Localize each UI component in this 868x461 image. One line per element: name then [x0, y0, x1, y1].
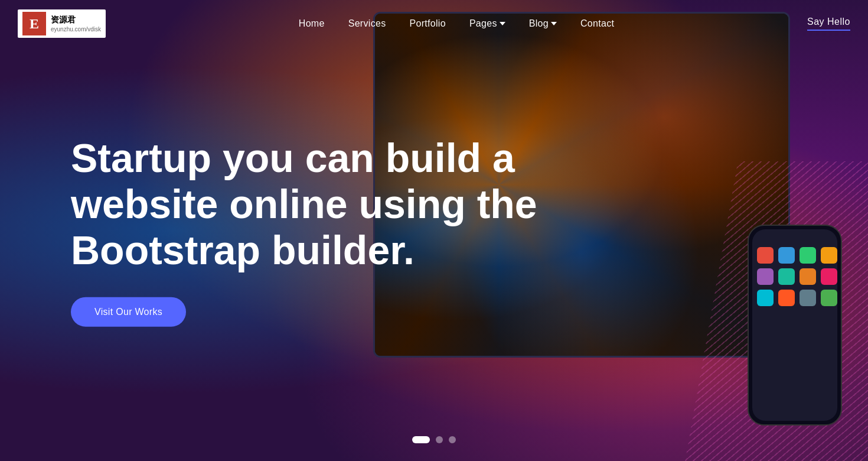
phone-mockup [748, 225, 842, 426]
logo[interactable]: E 资源君 eyunzhu.com/vdisk [18, 9, 106, 38]
nav-link-home[interactable]: Home [299, 18, 325, 28]
nav-item-services[interactable]: Services [348, 18, 386, 29]
app-icon [757, 268, 774, 285]
carousel-dots [412, 436, 456, 443]
app-icon [800, 268, 816, 285]
nav-dropdown-blog[interactable]: Blog [529, 18, 557, 29]
nav-item-blog[interactable]: Blog [529, 18, 557, 29]
app-icon [800, 290, 816, 306]
logo-text: 资源君 eyunzhu.com/vdisk [51, 14, 101, 33]
app-icon [778, 247, 795, 264]
nav-link-blog[interactable]: Blog [529, 18, 549, 29]
nav-link-services[interactable]: Services [348, 18, 386, 28]
nav-link-pages[interactable]: Pages [469, 18, 497, 29]
carousel-dot-2[interactable] [436, 436, 443, 443]
app-grid [752, 241, 837, 312]
app-icon [821, 268, 837, 285]
app-icon [778, 268, 795, 285]
nav-item-contact[interactable]: Contact [580, 18, 614, 29]
hero-content: Startup you can build a website online u… [71, 135, 579, 327]
app-icon [821, 290, 837, 306]
app-icon [778, 290, 795, 306]
logo-url: eyunzhu.com/vdisk [51, 25, 101, 33]
carousel-dot-3[interactable] [449, 436, 456, 443]
chevron-down-icon [500, 22, 505, 25]
nav-item-pages[interactable]: Pages [469, 18, 505, 29]
say-hello-button[interactable]: Say Hello [807, 17, 850, 31]
app-icon [757, 290, 774, 306]
nav-links: Home Services Portfolio Pages Blog Conta… [299, 18, 614, 29]
app-icon [757, 247, 774, 264]
nav-item-portfolio[interactable]: Portfolio [409, 18, 445, 29]
nav-link-contact[interactable]: Contact [580, 18, 614, 28]
chevron-down-icon [551, 22, 557, 25]
visit-works-button[interactable]: Visit Our Works [71, 297, 186, 326]
nav-item-home[interactable]: Home [299, 18, 325, 29]
navbar: E 资源君 eyunzhu.com/vdisk Home Services Po… [0, 0, 868, 47]
hero-title: Startup you can build a website online u… [71, 135, 579, 274]
app-icon [821, 247, 837, 264]
nav-link-portfolio[interactable]: Portfolio [409, 18, 445, 28]
app-icon [800, 247, 816, 264]
logo-letter: E [22, 12, 46, 35]
carousel-dot-1[interactable] [412, 436, 430, 443]
nav-dropdown-pages[interactable]: Pages [469, 18, 505, 29]
logo-chinese-name: 资源君 [51, 14, 101, 25]
phone-screen [752, 229, 837, 421]
